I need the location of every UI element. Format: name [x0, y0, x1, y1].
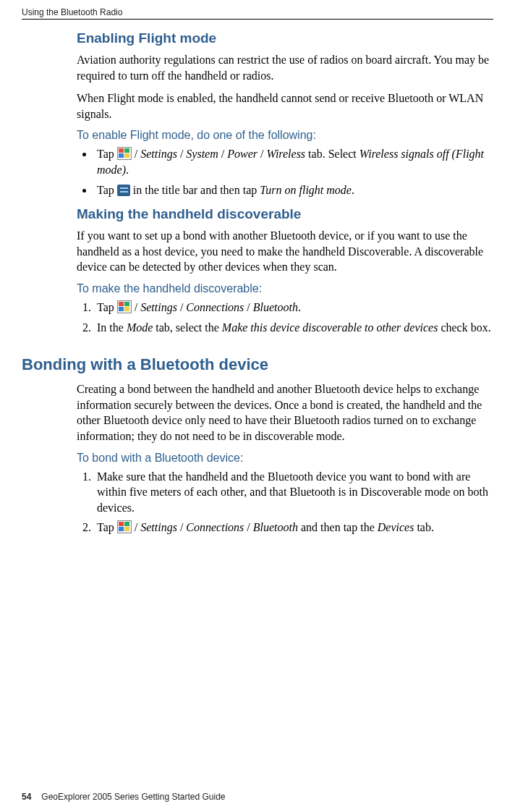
list-item: Tap / Settings / System / Power / Wirele… — [94, 146, 493, 177]
text: / — [132, 148, 140, 160]
text: / — [177, 301, 186, 313]
text: / — [132, 521, 140, 533]
menu-path: Settings — [140, 148, 177, 160]
text: Tap — [97, 521, 117, 533]
start-icon — [117, 147, 132, 160]
connectivity-icon — [117, 185, 130, 196]
procedure-intro: To enable Flight mode, do one of the fol… — [77, 129, 493, 142]
page-number: 54 — [22, 792, 31, 802]
ui-tab: Mode — [127, 321, 153, 334]
ui-tab: Devices — [378, 521, 414, 533]
text: / — [177, 521, 186, 533]
procedure-intro: To bond with a Bluetooth device: — [77, 452, 493, 465]
text: . — [126, 164, 129, 176]
list-item: Tap in the title bar and then tap Turn o… — [94, 182, 493, 198]
start-icon — [117, 300, 132, 313]
list-item: In the Mode tab, select the Make this de… — [94, 320, 493, 336]
start-icon — [117, 520, 132, 533]
heading-enabling-flight-mode: Enabling Flight mode — [77, 30, 493, 46]
list-item: Make sure that the handheld and the Blue… — [94, 469, 493, 516]
ui-option: Turn on flight mode — [260, 184, 352, 196]
heading-making-discoverable: Making the handheld discoverable — [77, 206, 493, 222]
menu-path: Connections — [186, 521, 244, 533]
text: Tap — [97, 184, 117, 196]
menu-path: Wireless — [266, 148, 305, 160]
text: and then tap the — [298, 521, 378, 533]
text: Tap — [97, 148, 117, 160]
text: tab. — [414, 521, 434, 533]
text: . — [298, 301, 301, 313]
menu-path: System — [186, 148, 218, 160]
guide-title: GeoExplorer 2005 Series Getting Started … — [41, 792, 225, 802]
paragraph: Aviation authority regulations can restr… — [77, 52, 493, 83]
text: tab, select the — [153, 321, 222, 334]
running-header: Using the Bluetooth Radio — [22, 7, 493, 20]
text: / — [132, 301, 140, 313]
list-item: Tap / Settings / Connections / Bluetooth… — [94, 520, 493, 536]
list-item: Tap / Settings / Connections / Bluetooth… — [94, 300, 493, 316]
procedure-intro: To make the handheld discoverable: — [77, 282, 493, 295]
text: / — [218, 148, 227, 160]
menu-path: Bluetooth — [253, 521, 298, 533]
text: tab. Select — [305, 148, 359, 160]
paragraph: When Flight mode is enabled, the handhel… — [77, 90, 493, 122]
text: . — [352, 184, 354, 196]
text: / — [244, 301, 252, 313]
menu-path: Settings — [140, 301, 177, 313]
paragraph: Creating a bond between the handheld and… — [77, 381, 493, 444]
page-footer: 54GeoExplorer 2005 Series Getting Starte… — [22, 792, 226, 802]
text: check box. — [438, 321, 490, 334]
text: / — [177, 148, 186, 160]
heading-bonding: Bonding with a Bluetooth device — [22, 355, 493, 374]
paragraph: If you want to set up a bond with anothe… — [77, 228, 493, 275]
step-list: Make sure that the handheld and the Blue… — [77, 469, 493, 536]
menu-path: Power — [227, 148, 258, 160]
menu-path: Bluetooth — [253, 301, 298, 313]
text: Tap — [97, 301, 117, 313]
text: In the — [97, 321, 127, 334]
menu-path: Connections — [186, 301, 244, 313]
text: in the title bar and then tap — [130, 184, 260, 196]
step-list: Tap / Settings / Connections / Bluetooth… — [77, 300, 493, 335]
text: / — [244, 521, 252, 533]
ui-checkbox: Make this device discoverable to other d… — [222, 321, 438, 334]
bullet-list: Tap / Settings / System / Power / Wirele… — [77, 146, 493, 198]
menu-path: Settings — [140, 521, 177, 533]
text: / — [258, 148, 266, 160]
